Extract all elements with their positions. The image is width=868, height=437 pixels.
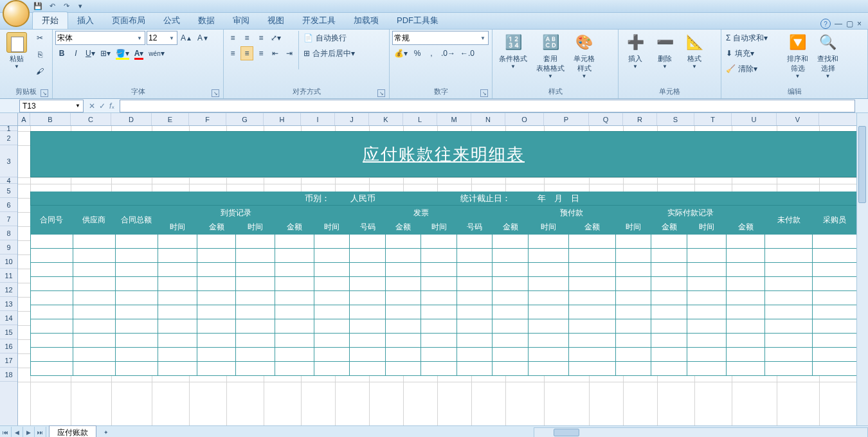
- col-header-U[interactable]: U: [732, 113, 777, 125]
- grid-area[interactable]: 应付账款往来明细表 币别： 人民币 统计截止日： 年 月 日: [18, 126, 856, 425]
- increase-decimal-icon[interactable]: .0→: [439, 46, 457, 60]
- paste-button[interactable]: 粘贴 ▼: [3, 31, 31, 71]
- comma-icon[interactable]: ,: [425, 46, 438, 60]
- format-cells-button[interactable]: 📐格式▼: [680, 31, 709, 71]
- table-row[interactable]: [31, 334, 857, 348]
- tab-nav-last-icon[interactable]: ⏭: [35, 427, 46, 438]
- col-header-R[interactable]: R: [623, 113, 657, 125]
- col-header-A[interactable]: A: [18, 113, 30, 125]
- tab-insert[interactable]: 插入: [68, 12, 103, 29]
- wrap-text-button[interactable]: 📄 自动换行: [302, 31, 372, 45]
- fill-button[interactable]: ⬇ 填充▾: [724, 46, 782, 60]
- col-header-E[interactable]: E: [152, 113, 189, 125]
- window-restore-icon[interactable]: ▢: [846, 19, 853, 28]
- conditional-format-button[interactable]: 🔢条件格式▼: [495, 31, 531, 71]
- align-middle-icon[interactable]: ≡: [240, 31, 253, 45]
- table-row[interactable]: [31, 348, 857, 362]
- col-header-J[interactable]: J: [335, 113, 369, 125]
- col-header-I[interactable]: I: [301, 113, 335, 125]
- qat-save-icon[interactable]: 💾: [32, 1, 44, 12]
- percent-icon[interactable]: %: [411, 46, 424, 60]
- col-header-F[interactable]: F: [189, 113, 226, 125]
- indent-increase-icon[interactable]: ⇥: [283, 46, 296, 60]
- sort-filter-button[interactable]: 🔽排序和 筛选▼: [783, 31, 812, 80]
- new-sheet-icon[interactable]: ✦: [100, 427, 112, 438]
- copy-icon[interactable]: ⎘: [33, 48, 46, 62]
- col-header-Q[interactable]: Q: [589, 113, 623, 125]
- row-header-2[interactable]: 2: [0, 131, 17, 145]
- phonetic-button[interactable]: wén▾: [147, 46, 166, 60]
- sheet-tab-active[interactable]: 应付账款: [49, 425, 96, 438]
- table-row[interactable]: [31, 305, 857, 319]
- horizontal-scrollbar[interactable]: [534, 427, 868, 438]
- tab-nav-first-icon[interactable]: ⏮: [0, 427, 12, 438]
- align-top-icon[interactable]: ≡: [226, 31, 239, 45]
- delete-cells-button[interactable]: ➖删除▼: [651, 31, 679, 71]
- table-row[interactable]: [31, 319, 857, 334]
- grow-font-icon[interactable]: A▲: [179, 31, 194, 45]
- row-header-17[interactable]: 17: [0, 353, 17, 368]
- table-row[interactable]: [31, 277, 857, 291]
- fx-icon[interactable]: fₓ: [109, 102, 114, 111]
- insert-cells-button[interactable]: ➕插入▼: [621, 31, 649, 71]
- font-name-combo[interactable]: 宋体▼: [55, 31, 145, 45]
- clear-button[interactable]: 🧹 清除▾: [724, 62, 782, 76]
- currency-icon[interactable]: 💰▾: [392, 46, 410, 60]
- clipboard-launcher-icon[interactable]: ↘: [41, 89, 48, 97]
- col-header-G[interactable]: G: [226, 113, 264, 125]
- window-close-icon[interactable]: ×: [857, 19, 862, 28]
- col-header-M[interactable]: M: [437, 113, 471, 125]
- col-header-B[interactable]: B: [30, 113, 71, 125]
- underline-button[interactable]: U▾: [84, 46, 97, 60]
- tab-review[interactable]: 审阅: [224, 12, 258, 29]
- row-header-8[interactable]: 8: [0, 226, 17, 240]
- office-button[interactable]: [3, 0, 30, 27]
- row-headers[interactable]: 123456789101112131415161718: [0, 126, 18, 425]
- select-all-corner[interactable]: [0, 113, 18, 126]
- qat-redo-icon[interactable]: ↷: [60, 1, 72, 12]
- row-header-16[interactable]: 16: [0, 339, 17, 353]
- row-header-4[interactable]: 4: [0, 177, 17, 184]
- tab-nav-next-icon[interactable]: ▶: [23, 427, 35, 438]
- fx-accept-icon[interactable]: ✓: [99, 102, 105, 111]
- window-minimize-icon[interactable]: —: [835, 19, 842, 28]
- col-header-H[interactable]: H: [264, 113, 301, 125]
- border-button[interactable]: ⊞▾: [98, 46, 113, 60]
- col-header-L[interactable]: L: [403, 113, 437, 125]
- align-bottom-icon[interactable]: ≡: [255, 31, 267, 45]
- font-color-button[interactable]: A▾: [132, 46, 146, 60]
- col-header-S[interactable]: S: [657, 113, 694, 125]
- col-header-P[interactable]: P: [544, 113, 589, 125]
- row-header-7[interactable]: 7: [0, 212, 17, 226]
- col-header-K[interactable]: K: [369, 113, 403, 125]
- table-row[interactable]: [31, 249, 857, 263]
- align-launcher-icon[interactable]: ↘: [377, 89, 385, 97]
- col-header-V[interactable]: V: [777, 113, 819, 125]
- tab-nav-prev-icon[interactable]: ◀: [12, 427, 23, 438]
- row-header-18[interactable]: 18: [0, 368, 17, 382]
- align-center-icon[interactable]: ≡: [240, 46, 253, 60]
- row-header-11[interactable]: 11: [0, 269, 17, 283]
- merge-center-button[interactable]: ⊞ 合并后居中▾: [302, 46, 372, 60]
- row-header-6[interactable]: 6: [0, 198, 17, 212]
- format-painter-icon[interactable]: 🖌: [33, 64, 46, 78]
- row-header-13[interactable]: 13: [0, 297, 17, 311]
- name-box[interactable]: T13▼: [19, 100, 84, 112]
- col-header-N[interactable]: N: [471, 113, 505, 125]
- col-header-T[interactable]: T: [694, 113, 732, 125]
- row-header-3[interactable]: 3: [0, 145, 17, 177]
- tab-addin[interactable]: 加载项: [345, 12, 388, 29]
- row-header-1[interactable]: 1: [0, 126, 17, 131]
- row-header-15[interactable]: 15: [0, 325, 17, 339]
- row-header-12[interactable]: 12: [0, 283, 17, 297]
- table-format-button[interactable]: 🔠套用 表格格式▼: [532, 31, 568, 80]
- help-icon[interactable]: ?: [820, 19, 831, 29]
- tab-layout[interactable]: 页面布局: [103, 12, 154, 29]
- column-headers[interactable]: ABCDEFGHIJKLMNOPQRSTUV: [18, 113, 856, 126]
- fill-color-button[interactable]: 🪣▾: [114, 46, 131, 60]
- tab-data[interactable]: 数据: [189, 12, 224, 29]
- orientation-icon[interactable]: ⤢▾: [269, 31, 283, 45]
- align-left-icon[interactable]: ≡: [226, 46, 239, 60]
- row-header-14[interactable]: 14: [0, 311, 17, 325]
- tab-formula[interactable]: 公式: [154, 12, 189, 29]
